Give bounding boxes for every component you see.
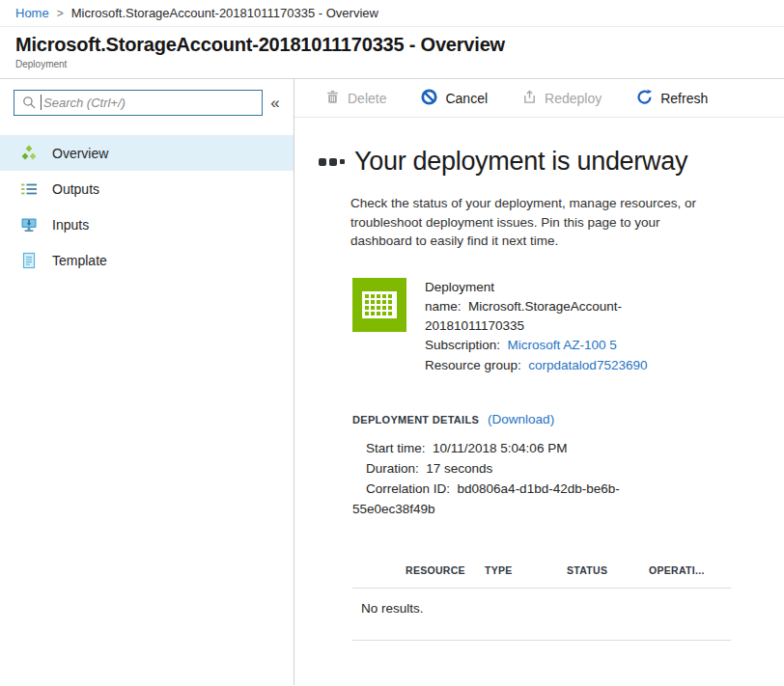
collapse-sidebar-icon[interactable]: «: [263, 90, 288, 116]
empty-results-text: No results.: [352, 589, 731, 628]
refresh-button[interactable]: Refresh: [636, 89, 708, 108]
breadcrumb-current: Microsoft.StorageAccount-20181011170335 …: [71, 6, 378, 20]
redeploy-upload-icon: [522, 90, 537, 107]
breadcrumb: Home > Microsoft.StorageAccount-20181011…: [0, 0, 784, 27]
sidebar-item-inputs[interactable]: Inputs: [0, 206, 294, 242]
overview-cubes-icon: [20, 145, 38, 162]
sidebar-item-outputs[interactable]: Outputs: [0, 171, 294, 206]
resource-group-row: Resource group: corpdatalod7523690: [425, 356, 707, 375]
refresh-icon: [636, 89, 653, 108]
column-status: STATUS: [567, 564, 649, 576]
resource-table-header: RESOURCE TYPE STATUS OPERATI...: [352, 564, 731, 576]
deployment-card-title: Deployment: [425, 278, 707, 297]
search-icon: [22, 96, 37, 114]
correlation-id-row: Correlation ID: bd0806a4-d1bd-42db-be6b-…: [352, 480, 673, 520]
toolbar-label: Delete: [348, 91, 386, 106]
resource-group-link[interactable]: corpdatalod7523690: [528, 358, 647, 372]
deployment-details-section: DEPLOYMENT DETAILS (Download) Start time…: [352, 412, 784, 520]
sidebar: « Overview: [0, 79, 294, 685]
download-link[interactable]: (Download): [488, 412, 554, 426]
template-document-icon: [20, 252, 38, 269]
toolbar-label: Cancel: [445, 91, 488, 106]
trash-icon: [325, 90, 340, 107]
deployment-table-icon: [352, 278, 406, 332]
sidebar-item-label: Template: [52, 253, 107, 268]
page-subtitle: Deployment: [15, 59, 769, 69]
toolbar: Delete Cancel: [294, 79, 784, 118]
start-time-row: Start time: 10/11/2018 5:04:06 PM: [352, 439, 673, 459]
outputs-list-icon: [20, 180, 38, 198]
sidebar-nav: Overview Outputs: [0, 135, 294, 278]
column-resource: RESOURCE: [406, 564, 485, 576]
subscription-row: Subscription: Microsoft AZ-100 5: [425, 336, 707, 355]
sidebar-item-template[interactable]: Template: [0, 242, 294, 278]
sidebar-item-label: Overview: [52, 146, 108, 161]
search-input[interactable]: [14, 90, 263, 116]
deployment-details-heading: DEPLOYMENT DETAILS: [352, 414, 479, 425]
delete-button: Delete: [325, 90, 386, 107]
deployment-in-progress-icon: [319, 158, 345, 166]
toolbar-label: Redeploy: [545, 91, 602, 106]
sidebar-item-overview[interactable]: Overview: [0, 135, 294, 171]
breadcrumb-separator-icon: >: [57, 7, 64, 20]
duration-row: Duration: 17 seconds: [352, 459, 673, 480]
toolbar-label: Refresh: [660, 91, 708, 106]
start-time-value: 10/11/2018 5:04:06 PM: [433, 441, 567, 455]
breadcrumb-home-link[interactable]: Home: [15, 6, 49, 20]
resource-table: RESOURCE TYPE STATUS OPERATI... No resul…: [352, 564, 731, 641]
column-type: TYPE: [485, 564, 567, 576]
cancel-block-icon: [421, 89, 437, 108]
deployment-description: Check the status of your deployment, man…: [350, 194, 710, 251]
deployment-status-heading: Your deployment is underway: [354, 147, 687, 177]
text-caret: [41, 95, 42, 110]
page-title: Microsoft.StorageAccount-20181011170335 …: [15, 34, 769, 56]
deployment-card: Deployment name: Microsoft.StorageAccoun…: [352, 278, 784, 375]
main-content: Delete Cancel: [294, 79, 784, 685]
subscription-link[interactable]: Microsoft AZ-100 5: [508, 338, 617, 352]
table-divider: [352, 640, 731, 641]
column-operation-details: OPERATI...: [649, 564, 705, 576]
page-header: Microsoft.StorageAccount-20181011170335 …: [0, 27, 784, 79]
sidebar-item-label: Inputs: [52, 217, 89, 233]
inputs-monitor-icon: [20, 216, 38, 233]
redeploy-button: Redeploy: [522, 90, 602, 107]
duration-value: 17 seconds: [426, 461, 492, 476]
sidebar-item-label: Outputs: [52, 181, 99, 197]
deployment-name-row: name: Microsoft.StorageAccount-201810111…: [425, 297, 707, 337]
cancel-button[interactable]: Cancel: [421, 89, 488, 108]
